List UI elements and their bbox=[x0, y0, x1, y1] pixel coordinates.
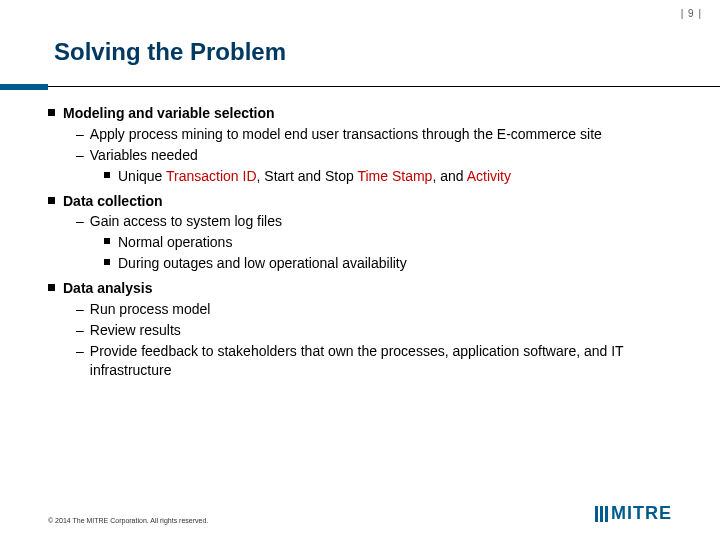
list-item: –Run process model bbox=[76, 300, 672, 319]
page-number: | 9 | bbox=[681, 8, 702, 19]
sub-list-item: Normal operations bbox=[104, 233, 672, 252]
horizontal-rule bbox=[48, 86, 720, 87]
text-fragment: , and bbox=[432, 168, 466, 184]
list-item: –Apply process mining to model end user … bbox=[76, 125, 672, 144]
logo-text: MITRE bbox=[611, 503, 672, 524]
square-bullet-icon bbox=[104, 172, 110, 178]
section: Modeling and variable selection–Apply pr… bbox=[48, 104, 672, 186]
list-item: –Review results bbox=[76, 321, 672, 340]
accent-bar bbox=[0, 84, 48, 90]
highlighted-term: Time Stamp bbox=[357, 168, 432, 184]
section-heading: Data analysis bbox=[63, 279, 153, 298]
dash-bullet-icon: – bbox=[76, 321, 84, 340]
list-item-text: Provide feedback to stakeholders that ow… bbox=[90, 342, 672, 380]
copyright-text: © 2014 The MITRE Corporation. All rights… bbox=[48, 517, 208, 524]
dash-bullet-icon: – bbox=[76, 146, 84, 165]
list-item-text: Run process model bbox=[90, 300, 211, 319]
mitre-logo: MITRE bbox=[595, 503, 672, 524]
highlighted-term: Transaction ID bbox=[166, 168, 257, 184]
title-rule bbox=[48, 84, 672, 86]
list-item-text: Apply process mining to model end user t… bbox=[90, 125, 602, 144]
list-item-text: Gain access to system log files bbox=[90, 212, 282, 231]
text-fragment: Unique bbox=[118, 168, 166, 184]
list-item-text: Review results bbox=[90, 321, 181, 340]
sub-list-item-text: Unique Transaction ID, Start and Stop Ti… bbox=[118, 167, 511, 186]
square-bullet-icon bbox=[48, 284, 55, 291]
section-heading: Modeling and variable selection bbox=[63, 104, 275, 123]
square-bullet-icon bbox=[104, 259, 110, 265]
slide-title: Solving the Problem bbox=[48, 38, 672, 66]
highlighted-term: Activity bbox=[467, 168, 511, 184]
text-fragment: , Start and Stop bbox=[257, 168, 358, 184]
logo-bars-icon bbox=[595, 506, 608, 522]
section-heading-row: Data collection bbox=[48, 192, 672, 211]
sub-list-item-text: Normal operations bbox=[118, 233, 232, 252]
list-item: –Variables needed bbox=[76, 146, 672, 165]
section: Data collection–Gain access to system lo… bbox=[48, 192, 672, 274]
slide: | 9 | Solving the Problem Modeling and v… bbox=[0, 0, 720, 540]
square-bullet-icon bbox=[48, 109, 55, 116]
list-item-text: Variables needed bbox=[90, 146, 198, 165]
section-heading: Data collection bbox=[63, 192, 163, 211]
dash-bullet-icon: – bbox=[76, 300, 84, 319]
section-heading-row: Modeling and variable selection bbox=[48, 104, 672, 123]
sub-list-item: Unique Transaction ID, Start and Stop Ti… bbox=[104, 167, 672, 186]
content-area: Modeling and variable selection–Apply pr… bbox=[48, 104, 672, 380]
dash-bullet-icon: – bbox=[76, 212, 84, 231]
title-row: Solving the Problem bbox=[48, 38, 672, 86]
dash-bullet-icon: – bbox=[76, 342, 84, 380]
section: Data analysis–Run process model–Review r… bbox=[48, 279, 672, 379]
sub-list-item: During outages and low operational avail… bbox=[104, 254, 672, 273]
section-heading-row: Data analysis bbox=[48, 279, 672, 298]
sub-list-item-text: During outages and low operational avail… bbox=[118, 254, 407, 273]
list-item: –Provide feedback to stakeholders that o… bbox=[76, 342, 672, 380]
square-bullet-icon bbox=[104, 238, 110, 244]
text-fragment: Normal operations bbox=[118, 234, 232, 250]
square-bullet-icon bbox=[48, 197, 55, 204]
footer: © 2014 The MITRE Corporation. All rights… bbox=[48, 503, 672, 524]
dash-bullet-icon: – bbox=[76, 125, 84, 144]
list-item: –Gain access to system log files bbox=[76, 212, 672, 231]
text-fragment: During outages and low operational avail… bbox=[118, 255, 407, 271]
